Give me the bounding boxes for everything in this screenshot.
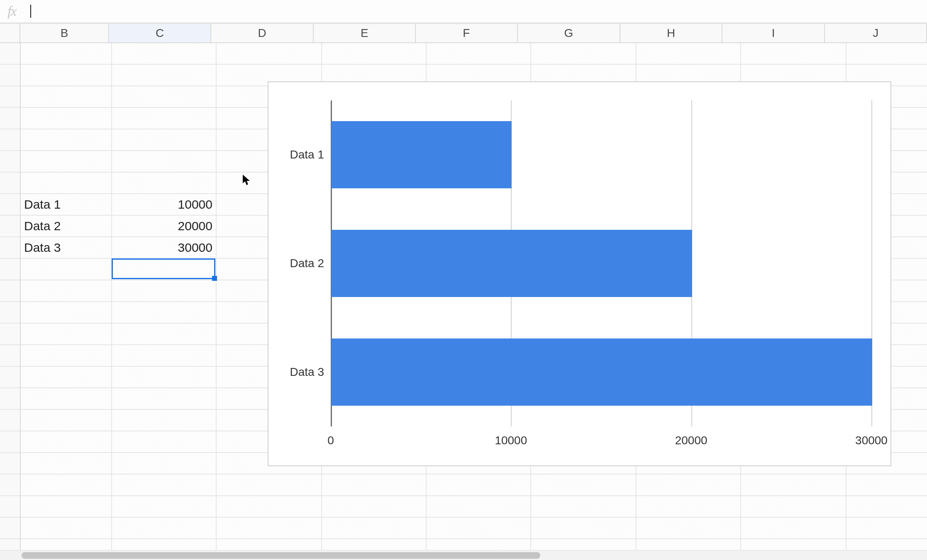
cell-E23[interactable]	[322, 518, 427, 538]
cell-F21[interactable]	[427, 475, 531, 495]
text-caret-icon	[30, 5, 31, 18]
cell-B19[interactable]	[21, 431, 112, 452]
cell-D23[interactable]	[217, 518, 322, 538]
chart-x-tick-label: 0	[327, 434, 334, 447]
cell-I22[interactable]	[741, 496, 846, 517]
cell-J1[interactable]	[846, 43, 927, 64]
cell-I23[interactable]	[741, 518, 846, 538]
chart-object[interactable]: 0100002000030000Data 1Data 2Data 3	[268, 81, 891, 466]
cell-H21[interactable]	[637, 475, 741, 495]
cell-B1[interactable]	[21, 43, 112, 64]
cell-C4[interactable]	[112, 108, 217, 129]
column-header-I[interactable]: I	[722, 23, 825, 42]
column-header-H[interactable]: H	[620, 23, 722, 42]
fx-icon: fx	[7, 3, 16, 19]
chart-x-tick-label: 10000	[495, 434, 527, 447]
cell-D21[interactable]	[217, 475, 322, 495]
cell-C3[interactable]	[112, 86, 217, 107]
cell-B13[interactable]	[21, 302, 112, 323]
cell-C21[interactable]	[112, 475, 217, 495]
column-header-C[interactable]: C	[109, 23, 211, 42]
cell-G21[interactable]	[531, 475, 637, 495]
cell-J22[interactable]	[846, 496, 927, 517]
cell-C16[interactable]	[112, 367, 217, 387]
cell-C8[interactable]: 10000	[112, 194, 217, 215]
cell-C9[interactable]: 20000	[112, 216, 217, 236]
cell-B7[interactable]	[21, 173, 112, 193]
column-header-B[interactable]: B	[20, 23, 109, 42]
cell-G22[interactable]	[531, 496, 637, 517]
cell-D1[interactable]	[217, 43, 322, 64]
cell-B14[interactable]	[21, 324, 112, 344]
cell-F22[interactable]	[427, 496, 531, 517]
chart-bar	[332, 121, 512, 188]
cell-C2[interactable]	[112, 65, 217, 85]
cell-I21[interactable]	[741, 475, 846, 495]
cell-E22[interactable]	[322, 496, 427, 517]
cell-B2[interactable]	[21, 65, 112, 85]
cell-B23[interactable]	[21, 518, 112, 538]
cell-I1[interactable]	[741, 43, 846, 64]
cell-J21[interactable]	[846, 475, 927, 495]
cell-C12[interactable]	[112, 280, 217, 301]
cell-B3[interactable]	[21, 86, 112, 107]
cell-B4[interactable]	[21, 108, 112, 129]
column-header-J[interactable]: J	[825, 23, 927, 42]
chart-category-label: Data 1	[290, 148, 324, 161]
cell-B10[interactable]: Data 3	[21, 237, 112, 258]
cell-C6[interactable]	[112, 151, 217, 172]
cell-B5[interactable]	[21, 129, 112, 150]
cell-F23[interactable]	[427, 518, 531, 538]
cell-C11[interactable]	[112, 259, 217, 280]
column-header-G[interactable]: G	[518, 23, 621, 42]
grid-row	[21, 475, 927, 496]
cell-C20[interactable]	[112, 453, 217, 474]
cell-D22[interactable]	[217, 496, 322, 517]
cell-C15[interactable]	[112, 345, 217, 366]
cell-C23[interactable]	[112, 518, 217, 538]
cell-H23[interactable]	[637, 518, 741, 538]
cell-B11[interactable]	[21, 259, 112, 280]
cell-C14[interactable]	[112, 324, 217, 344]
cell-C10[interactable]: 30000	[112, 237, 217, 258]
cell-B15[interactable]	[21, 345, 112, 366]
cell-G23[interactable]	[531, 518, 637, 538]
cell-C7[interactable]	[112, 173, 217, 193]
cell-C13[interactable]	[112, 302, 217, 323]
cell-C22[interactable]	[112, 496, 217, 517]
cell-C1[interactable]	[112, 43, 217, 64]
cell-H22[interactable]	[637, 496, 741, 517]
cell-B20[interactable]	[21, 453, 112, 474]
grid-row	[21, 43, 927, 65]
scrollbar-thumb[interactable]	[22, 552, 540, 559]
cell-C5[interactable]	[112, 129, 217, 150]
chart-plot-area: 0100002000030000Data 1Data 2Data 3	[268, 82, 890, 465]
cell-C19[interactable]	[112, 431, 217, 452]
cell-B12[interactable]	[21, 280, 112, 301]
select-all-corner[interactable]	[0, 23, 20, 42]
cell-F1[interactable]	[427, 43, 531, 64]
cell-E1[interactable]	[322, 43, 427, 64]
cell-C18[interactable]	[112, 410, 217, 431]
cell-B9[interactable]: Data 2	[21, 216, 112, 236]
cell-H1[interactable]	[637, 43, 741, 64]
cell-G1[interactable]	[531, 43, 637, 64]
cell-C17[interactable]	[112, 388, 217, 409]
cell-B8[interactable]: Data 1	[21, 194, 112, 215]
horizontal-scrollbar[interactable]	[0, 550, 927, 560]
cell-B21[interactable]	[21, 475, 112, 495]
column-header-E[interactable]: E	[314, 23, 416, 42]
cell-B16[interactable]	[21, 367, 112, 387]
cell-J23[interactable]	[846, 518, 927, 538]
cell-B17[interactable]	[21, 388, 112, 409]
column-header-D[interactable]: D	[211, 23, 314, 42]
column-header-row: BCDEFGHIJ	[0, 23, 927, 43]
cell-B22[interactable]	[21, 496, 112, 517]
formula-input[interactable]	[30, 0, 927, 22]
chart-category-label: Data 3	[290, 365, 324, 379]
cell-B6[interactable]	[21, 151, 112, 172]
column-header-F[interactable]: F	[416, 23, 518, 42]
cell-B18[interactable]	[21, 410, 112, 431]
cell-E21[interactable]	[322, 475, 427, 495]
chart-category-label: Data 2	[290, 257, 324, 270]
